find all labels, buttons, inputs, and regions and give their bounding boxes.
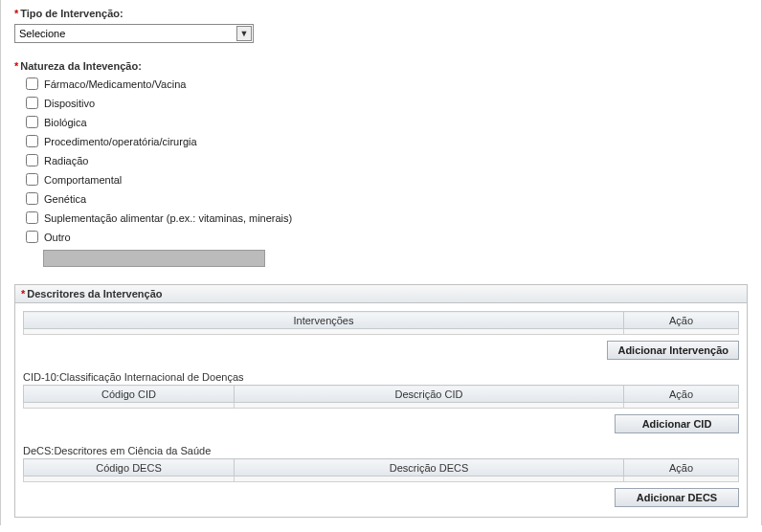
acao-col-header: Ação — [624, 386, 739, 403]
natureza-checkbox-8[interactable] — [26, 231, 38, 243]
natureza-checkbox-list: Fármaco/Medicamento/Vacina Dispositivo B… — [26, 78, 748, 243]
natureza-checkbox-7[interactable] — [26, 211, 38, 224]
natureza-checkbox-1[interactable] — [26, 97, 38, 109]
decs-desc-header: Descrição DECS — [235, 459, 624, 477]
natureza-item: Procedimento/operatória/cirurgia — [26, 135, 748, 147]
natureza-checkbox-5[interactable] — [26, 173, 38, 186]
intervencoes-button-row: Adicionar Intervenção — [23, 337, 739, 367]
tipo-label: *Tipo de Intervenção: — [14, 8, 748, 19]
natureza-option-label: Dispositivo — [44, 98, 95, 109]
natureza-option-label: Radiação — [44, 155, 88, 166]
descritores-panel-body: Intervenções Ação Adicionar Intervenção … — [15, 303, 747, 517]
outro-text-input — [43, 250, 265, 267]
natureza-checkbox-4[interactable] — [26, 154, 38, 166]
tipo-select-wrap: Selecione ▼ — [14, 24, 254, 43]
intervencoes-col-header: Intervenções — [24, 312, 624, 329]
tipo-label-text: Tipo de Intervenção: — [20, 8, 123, 19]
tipo-intervencao-group: *Tipo de Intervenção: Selecione ▼ — [14, 8, 748, 43]
decs-table: Código DECS Descrição DECS Ação — [23, 458, 739, 482]
decs-code-header: Código DECS — [24, 459, 235, 477]
cid-section-label: CID-10:Classificação Internacional de Do… — [23, 371, 739, 383]
natureza-item: Outro — [26, 231, 748, 243]
cid-code-header: Código CID — [24, 386, 235, 403]
natureza-checkbox-0[interactable] — [26, 78, 38, 90]
adicionar-cid-button[interactable]: Adicionar CID — [615, 414, 739, 433]
cid-table: Código CID Descrição CID Ação — [23, 385, 739, 409]
natureza-item: Comportamental — [26, 173, 748, 186]
natureza-checkbox-6[interactable] — [26, 192, 38, 205]
natureza-item: Fármaco/Medicamento/Vacina — [26, 78, 748, 90]
form-container: *Tipo de Intervenção: Selecione ▼ *Natur… — [0, 0, 762, 525]
intervencoes-table: Intervenções Ação — [23, 311, 739, 335]
tipo-select[interactable]: Selecione — [14, 24, 254, 43]
required-asterisk: * — [21, 288, 25, 299]
natureza-checkbox-3[interactable] — [26, 135, 38, 147]
natureza-item: Suplementação alimentar (p.ex.: vitamina… — [26, 211, 748, 224]
natureza-option-label: Outro — [44, 232, 71, 243]
acao-col-header: Ação — [624, 459, 739, 477]
required-asterisk: * — [14, 8, 18, 19]
decs-button-row: Adicionar DECS — [23, 484, 739, 509]
adicionar-intervencao-button[interactable]: Adicionar Intervenção — [607, 341, 739, 360]
natureza-label-text: Natureza da Intevenção: — [20, 60, 142, 72]
natureza-option-label: Comportamental — [44, 174, 122, 186]
natureza-option-label: Procedimento/operatória/cirurgia — [44, 136, 197, 147]
natureza-item: Radiação — [26, 154, 748, 166]
natureza-option-label: Genética — [44, 193, 86, 205]
descritores-panel: *Descritores da Intervenção Intervenções… — [14, 284, 748, 518]
natureza-option-label: Biológica — [44, 117, 87, 128]
natureza-checkbox-2[interactable] — [26, 116, 38, 128]
table-row — [24, 403, 739, 409]
acao-col-header: Ação — [624, 312, 739, 329]
natureza-option-label: Suplementação alimentar (p.ex.: vitamina… — [44, 212, 292, 224]
cid-button-row: Adicionar CID — [23, 410, 739, 441]
table-row — [24, 329, 739, 335]
cid-desc-header: Descrição CID — [235, 386, 624, 403]
decs-section-label: DeCS:Descritores em Ciência da Saúde — [23, 445, 739, 456]
adicionar-decs-button[interactable]: Adicionar DECS — [615, 488, 739, 507]
descritores-title: Descritores da Intervenção — [27, 288, 162, 299]
descritores-panel-header: *Descritores da Intervenção — [15, 285, 747, 303]
table-row — [24, 477, 739, 482]
natureza-item: Genética — [26, 192, 748, 205]
natureza-label: *Natureza da Intevenção: — [14, 60, 748, 72]
required-asterisk: * — [14, 60, 18, 72]
natureza-item: Biológica — [26, 116, 748, 128]
natureza-group: *Natureza da Intevenção: Fármaco/Medicam… — [14, 60, 748, 267]
natureza-option-label: Fármaco/Medicamento/Vacina — [44, 78, 186, 90]
natureza-item: Dispositivo — [26, 97, 748, 109]
